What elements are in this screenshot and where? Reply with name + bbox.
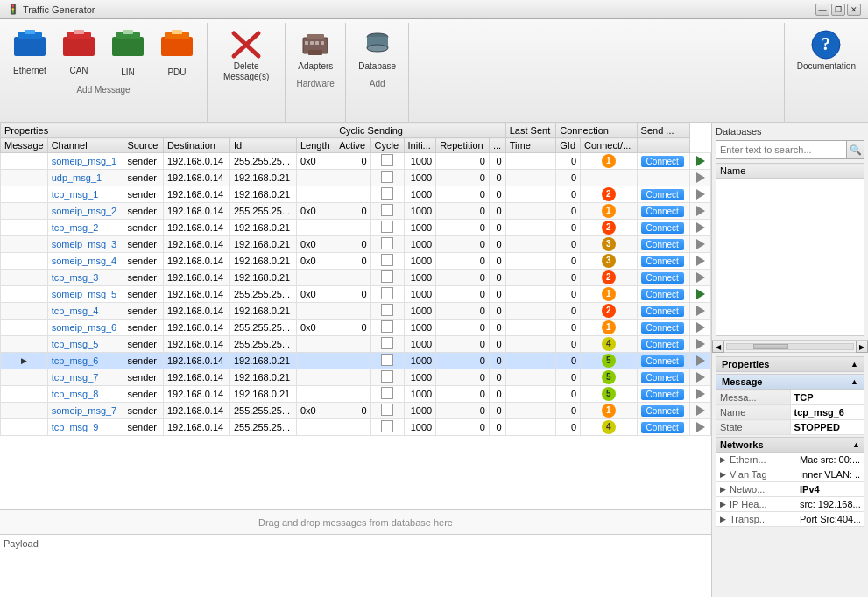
cell-connect[interactable]: Connect — [637, 336, 689, 353]
play-button[interactable] — [693, 287, 709, 301]
transport-expand-arrow[interactable]: ▶ — [720, 515, 726, 523]
connect-button[interactable]: Connect — [641, 256, 684, 267]
cell-connect[interactable]: Connect — [637, 236, 689, 253]
message-collapse-arrow[interactable]: ▲ — [850, 377, 858, 386]
active-checkbox[interactable] — [381, 171, 393, 183]
table-wrapper[interactable]: Properties Cyclic Sending Last Sent Conn… — [0, 123, 711, 509]
connect-button[interactable]: Connect — [641, 339, 684, 350]
active-checkbox[interactable] — [381, 187, 393, 200]
cell-active[interactable] — [370, 353, 404, 369]
connect-button[interactable]: Connect — [641, 206, 684, 217]
active-checkbox[interactable] — [381, 304, 393, 316]
cell-play[interactable] — [690, 320, 711, 336]
search-input[interactable] — [716, 144, 846, 155]
active-checkbox[interactable] — [381, 287, 393, 299]
cell-play[interactable] — [690, 303, 711, 320]
search-button[interactable]: 🔍 — [846, 141, 864, 158]
active-checkbox[interactable] — [381, 254, 393, 266]
cell-active[interactable] — [370, 203, 404, 220]
cell-active[interactable] — [370, 153, 404, 170]
cell-active[interactable] — [370, 303, 404, 320]
lin-button[interactable]: LIN — [105, 26, 151, 81]
cell-active[interactable] — [370, 386, 404, 403]
adapters-button[interactable]: Adapters — [293, 26, 338, 75]
connect-button[interactable]: Connect — [641, 405, 684, 417]
connect-button[interactable]: Connect — [641, 422, 684, 433]
connect-button[interactable]: Connect — [641, 355, 684, 367]
cell-active[interactable] — [370, 253, 404, 270]
cell-connect[interactable]: Connect — [637, 303, 689, 320]
cell-connect[interactable]: Connect — [637, 353, 689, 369]
play-button[interactable] — [693, 270, 709, 284]
play-button[interactable] — [693, 204, 709, 218]
cell-active[interactable] — [370, 320, 404, 336]
cell-connect[interactable]: Connect — [637, 253, 689, 270]
scroll-track[interactable] — [726, 343, 854, 350]
cell-play[interactable] — [690, 153, 711, 170]
cell-connect[interactable]: Connect — [637, 369, 689, 386]
cell-connect[interactable]: Connect — [637, 153, 689, 170]
scroll-thumb[interactable] — [753, 344, 788, 349]
pdu-button[interactable]: PDU — [154, 26, 200, 81]
active-checkbox[interactable] — [381, 320, 393, 333]
cell-connect[interactable]: Connect — [637, 220, 689, 236]
connect-button[interactable]: Connect — [641, 222, 684, 234]
properties-collapse-arrow[interactable]: ▲ — [850, 360, 858, 369]
minimize-button[interactable]: — — [815, 4, 829, 16]
cell-connect[interactable]: Connect — [637, 386, 689, 403]
delete-message-button[interactable]: DeleteMessage(s) — [218, 26, 274, 86]
cell-play[interactable] — [690, 369, 711, 386]
scroll-right-button[interactable]: ▶ — [856, 341, 868, 353]
cell-connect[interactable]: Connect — [637, 203, 689, 220]
play-button[interactable] — [693, 420, 709, 434]
cell-active[interactable] — [370, 369, 404, 386]
cell-active[interactable] — [370, 336, 404, 353]
cell-play[interactable] — [690, 186, 711, 203]
play-button[interactable] — [693, 387, 709, 401]
play-button[interactable] — [693, 254, 709, 268]
ethernet-button[interactable]: Ethernet — [7, 26, 53, 81]
documentation-button[interactable]: ? Documentation — [792, 26, 861, 75]
cell-active[interactable] — [370, 186, 404, 203]
play-button[interactable] — [693, 221, 709, 235]
play-button[interactable] — [693, 404, 709, 418]
connect-button[interactable]: Connect — [641, 189, 684, 200]
cell-play[interactable] — [690, 353, 711, 369]
play-button[interactable] — [693, 337, 709, 351]
can-button[interactable]: CAN — [56, 26, 102, 81]
cell-play[interactable] — [690, 170, 711, 186]
play-button[interactable] — [693, 320, 709, 334]
play-button[interactable] — [693, 154, 709, 168]
cell-connect[interactable]: Connect — [637, 186, 689, 203]
cell-play[interactable] — [690, 203, 711, 220]
networks-collapse-arrow[interactable]: ▲ — [852, 440, 860, 449]
cell-active[interactable] — [370, 403, 404, 419]
cell-connect[interactable]: Connect — [637, 270, 689, 286]
scroll-left-button[interactable]: ◀ — [712, 341, 724, 353]
cell-play[interactable] — [690, 286, 711, 303]
connect-button[interactable]: Connect — [641, 322, 684, 334]
cell-connect[interactable]: Connect — [637, 286, 689, 303]
cell-play[interactable] — [690, 253, 711, 270]
cell-connect[interactable] — [637, 170, 689, 186]
cell-play[interactable] — [690, 336, 711, 353]
play-button[interactable] — [693, 370, 709, 384]
connect-button[interactable]: Connect — [641, 272, 684, 284]
active-checkbox[interactable] — [381, 354, 393, 366]
active-checkbox[interactable] — [381, 270, 393, 283]
cell-active[interactable] — [370, 220, 404, 236]
active-checkbox[interactable] — [381, 237, 393, 249]
active-checkbox[interactable] — [381, 337, 393, 349]
networks-header[interactable]: Networks ▲ — [716, 437, 864, 453]
vlan-expand-arrow[interactable]: ▶ — [720, 470, 726, 479]
play-button[interactable] — [693, 237, 709, 251]
active-checkbox[interactable] — [381, 387, 393, 399]
play-button[interactable] — [693, 171, 709, 185]
connect-button[interactable]: Connect — [641, 289, 684, 300]
connect-button[interactable]: Connect — [641, 372, 684, 383]
cell-active[interactable] — [370, 236, 404, 253]
ip-expand-arrow[interactable]: ▶ — [720, 500, 726, 509]
cell-connect[interactable]: Connect — [637, 403, 689, 419]
active-checkbox[interactable] — [381, 221, 393, 233]
active-checkbox[interactable] — [381, 370, 393, 383]
